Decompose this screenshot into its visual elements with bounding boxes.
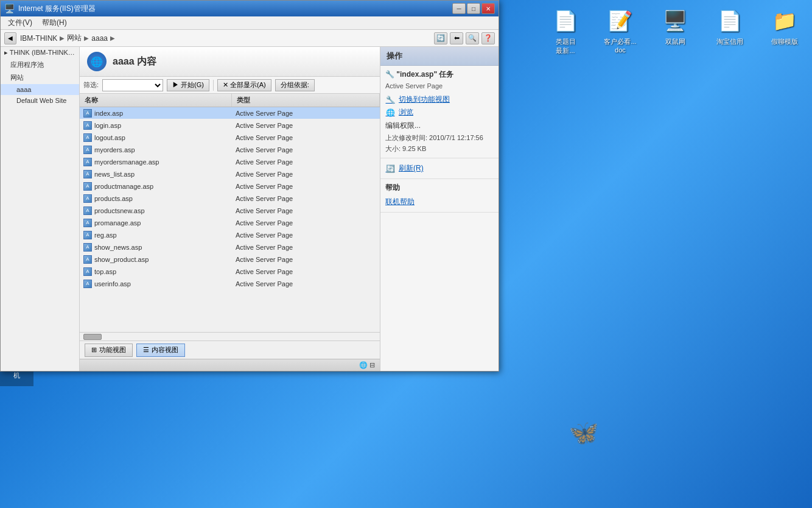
template-label: 假聊模版 xyxy=(771,37,798,46)
sep1: ▶ xyxy=(60,35,65,41)
file-row[interactable]: Areg.aspActive Server Page xyxy=(80,229,380,241)
file-name-cell: Aproducts.asp xyxy=(80,194,232,203)
maximize-button[interactable]: □ xyxy=(467,3,480,14)
menu-help[interactable]: 帮助(H) xyxy=(37,16,72,29)
file-row[interactable]: Ashow_news.aspActive Server Page xyxy=(80,241,380,253)
butterfly-decoration: 🦋 xyxy=(569,418,599,447)
content-view-button[interactable]: ☰ 内容视图 xyxy=(136,344,185,357)
feature-view-button[interactable]: ⊞ 功能视图 xyxy=(85,344,133,357)
file-row[interactable]: Amyordersmanage.aspActive Server Page xyxy=(80,156,380,168)
sidebar-item-aaaa[interactable]: aaaa xyxy=(1,84,79,95)
file-icon: A xyxy=(83,158,92,166)
address-icon-btn-2[interactable]: ⬅ xyxy=(450,32,463,44)
file-type-cell: Active Server Page xyxy=(232,183,380,190)
status-bar: 🌐 ⊟ xyxy=(80,359,380,371)
address-right-buttons: 🔄 ⬅ 🔍 ❓ xyxy=(434,32,495,44)
address-segment-2[interactable]: aaaa xyxy=(91,34,108,43)
file-row[interactable]: Aproductmanage.aspActive Server Page xyxy=(80,180,380,192)
address-segment-1[interactable]: 网站 xyxy=(67,33,82,43)
online-help-label: 联机帮助 xyxy=(385,197,415,207)
right-task-title: 🔧 "index.asp" 任务 xyxy=(385,69,494,80)
file-row[interactable]: Amyorders.aspActive Server Page xyxy=(80,144,380,156)
address-icon-btn-4[interactable]: ❓ xyxy=(481,32,495,44)
file-row[interactable]: Aindex.aspActive Server Page xyxy=(80,107,380,119)
title-bar-controls: ─ □ ✕ xyxy=(452,3,495,14)
switch-to-feature-view-link[interactable]: 🔧 切换到功能视图 xyxy=(385,93,494,106)
file-name-cell: Alogin.asp xyxy=(80,121,232,130)
file-icon: A xyxy=(83,219,92,227)
file-name-cell: Ashow_news.asp xyxy=(80,243,232,252)
file-row[interactable]: Alogout.aspActive Server Page xyxy=(80,132,380,144)
refresh-icon: 🔄 xyxy=(385,164,395,174)
file-type-cell: Active Server Page xyxy=(232,122,380,129)
file-name-cell: Auserinfo.asp xyxy=(80,280,232,288)
customer-label: 客户必看...doc xyxy=(604,37,636,54)
file-row[interactable]: Aproductsnew.aspActive Server Page xyxy=(80,205,380,217)
status-right-icon: 🌐 ⊟ xyxy=(359,361,375,369)
address-icon-btn-1[interactable]: 🔄 xyxy=(434,32,447,44)
file-name-text: show_product.asp xyxy=(94,256,149,263)
file-row[interactable]: Anews_list.aspActive Server Page xyxy=(80,168,380,180)
file-row[interactable]: Apromanage.aspActive Server Page xyxy=(80,217,380,229)
desktop-icon-taobao[interactable]: 📄 淘宝信用 xyxy=(709,6,751,55)
sidebar-item-default-web[interactable]: Default Web Site xyxy=(1,95,79,106)
customer-icon: 📝 xyxy=(608,6,632,35)
file-type-cell: Active Server Page xyxy=(232,110,380,117)
sidebar-item-apppool[interactable]: 应用程序池 xyxy=(1,58,79,71)
file-type-cell: Active Server Page xyxy=(232,280,380,288)
desktop-icon-categories[interactable]: 📄 类题目最新... xyxy=(544,6,587,55)
file-name-text: news_list.asp xyxy=(94,171,135,178)
sidebar-item-website[interactable]: 网站 xyxy=(1,71,79,84)
file-type-cell: Active Server Page xyxy=(232,158,380,166)
filter-divider xyxy=(213,80,214,91)
refresh-link[interactable]: 🔄 刷新(R) xyxy=(385,162,494,175)
file-name-cell: Atop.asp xyxy=(80,267,232,276)
online-help-link[interactable]: 联机帮助 xyxy=(385,196,494,208)
browse-link[interactable]: 🌐 浏览 xyxy=(385,106,494,119)
show-all-button[interactable]: ✕ 全部显示(A) xyxy=(217,79,271,91)
file-row[interactable]: Alogin.aspActive Server Page xyxy=(80,119,380,132)
address-segment-0[interactable]: IBM-THINK xyxy=(20,34,57,43)
title-bar: 🖥️ Internet 服务(IIS)管理器 ─ □ ✕ xyxy=(1,1,499,16)
shuangyi-icon: 🖥️ xyxy=(663,6,687,35)
switch-feature-label: 切换到功能视图 xyxy=(399,94,450,105)
desktop-icon-customer[interactable]: 📝 客户必看...doc xyxy=(599,6,642,55)
refresh-label: 刷新(R) xyxy=(399,163,424,174)
file-row[interactable]: Ashow_product.aspActive Server Page xyxy=(80,253,380,266)
file-name-cell: Areg.asp xyxy=(80,231,232,239)
file-row[interactable]: Auserinfo.aspActive Server Page xyxy=(80,278,380,290)
title-bar-left: 🖥️ Internet 服务(IIS)管理器 xyxy=(4,4,96,14)
categories-icon: 📄 xyxy=(553,6,578,35)
desktop-icon-shuangyi[interactable]: 🖥️ 双鼠网 xyxy=(654,6,696,55)
address-icon-btn-3[interactable]: 🔍 xyxy=(466,32,479,44)
horizontal-scrollbar[interactable] xyxy=(80,332,380,340)
browse-icon: 🌐 xyxy=(385,108,395,118)
back-button[interactable]: ◀ xyxy=(4,32,16,44)
filter-select[interactable] xyxy=(102,79,163,91)
col-header-type[interactable]: 类型 xyxy=(232,94,380,107)
right-task-section: 🔧 "index.asp" 任务 Active Server Page 🔧 切换… xyxy=(380,66,499,158)
file-icon: A xyxy=(83,170,92,178)
right-info-block: 上次修改时间: 2010/7/1 12:17:56 大小: 9.25 KB xyxy=(385,133,494,154)
menu-file[interactable]: 文件(V) xyxy=(3,16,37,29)
file-row[interactable]: Aproducts.aspActive Server Page xyxy=(80,192,380,205)
categories-label: 类题目最新... xyxy=(556,37,576,55)
file-name-text: productsnew.asp xyxy=(94,207,145,214)
file-row[interactable]: Atop.aspActive Server Page xyxy=(80,266,380,278)
feature-view-icon: ⊞ xyxy=(91,346,97,354)
address-path: IBM-THINK ▶ 网站 ▶ aaaa ▶ xyxy=(20,33,115,43)
minimize-button[interactable]: ─ xyxy=(452,3,466,14)
file-name-cell: Alogout.asp xyxy=(80,133,232,142)
browse-label: 浏览 xyxy=(399,107,413,118)
desktop-icon-template[interactable]: 📁 假聊模版 xyxy=(763,6,806,55)
group-by-button[interactable]: 分组依据: xyxy=(275,79,315,91)
edit-permissions-link[interactable]: 编辑权限... xyxy=(385,119,494,133)
file-icon: A xyxy=(83,206,92,215)
sidebar-item-think[interactable]: ▸ THINK (IBM-THINK\IB... xyxy=(1,47,79,58)
close-button[interactable]: ✕ xyxy=(481,3,495,14)
col-header-name[interactable]: 名称 xyxy=(80,94,232,107)
file-name-cell: Amyordersmanage.asp xyxy=(80,158,232,166)
template-icon: 📁 xyxy=(772,6,797,35)
start-filter-button[interactable]: ▶ 开始(G) xyxy=(167,79,209,91)
file-icon: A xyxy=(83,182,92,191)
